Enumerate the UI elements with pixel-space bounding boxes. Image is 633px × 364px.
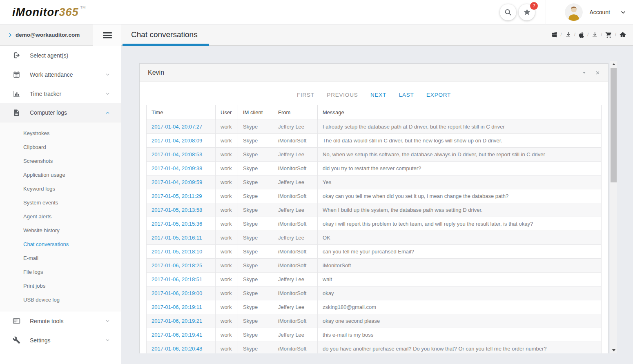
log-from: iMonitorSoft (273, 259, 318, 273)
submenu-item[interactable]: Screenshots (0, 154, 121, 168)
log-im-client: Skype (238, 328, 273, 342)
log-time-link[interactable]: 2017-01-06, 20:18:25 (147, 259, 216, 273)
panel-collapse-icon[interactable] (582, 71, 586, 75)
log-time-link[interactable]: 2017-01-06, 20:19:41 (147, 328, 216, 342)
scroll-down-arrow[interactable] (610, 347, 617, 353)
submenu-item[interactable]: Chat conversations (0, 237, 121, 251)
sidebar-item-remote-tools[interactable]: Remote tools (0, 311, 121, 331)
log-time-link[interactable]: 2017-01-05, 20:15:36 (147, 217, 216, 231)
sidebar-toggle-button[interactable] (93, 24, 121, 46)
table-row: 2017-01-05, 20:18:10 work Skype iMonitor… (147, 245, 602, 259)
vertical-scrollbar[interactable] (610, 61, 617, 353)
log-message: iMonitorSoft (318, 259, 602, 273)
chevron-down-icon (105, 318, 110, 324)
account-label[interactable]: Account (589, 9, 610, 16)
pagination-link[interactable]: FIRST (297, 92, 314, 98)
pagination-link[interactable]: PREVIOUS (327, 92, 358, 98)
sidebar-item-label: Remote tools (30, 318, 63, 324)
log-time-link[interactable]: 2017-01-05, 20:11:29 (147, 189, 216, 203)
panel-close-icon[interactable] (595, 71, 600, 75)
main-content: Kevin FIRST PREVIOUS (121, 46, 633, 364)
log-time-link[interactable]: 2017-01-06, 20:19:21 (147, 314, 216, 328)
active-tab-underline (123, 44, 209, 46)
log-user: work (216, 217, 238, 231)
log-im-client: Skype (238, 231, 273, 245)
cart-icon[interactable] (605, 31, 612, 38)
submenu-item[interactable]: Application usage (0, 168, 121, 182)
log-time-link[interactable]: 2017-01-05, 20:16:11 (147, 231, 216, 245)
hamburger-icon (103, 31, 112, 40)
submenu-item[interactable]: E-mail (0, 251, 121, 265)
submenu-item[interactable]: Agent alerts (0, 210, 121, 224)
pagination-link[interactable]: EXPORT (426, 92, 451, 98)
windows-icon[interactable] (551, 31, 557, 38)
apple-icon[interactable] (578, 31, 584, 38)
log-time-link[interactable]: 2017-01-06, 20:19:11 (147, 300, 216, 314)
pagination-link[interactable]: LAST (399, 92, 414, 98)
account-chevron-down-icon[interactable] (620, 9, 626, 16)
submenu-item-label: File logs (23, 269, 43, 275)
submenu-item[interactable]: Website history (0, 224, 121, 237)
account-avatar[interactable] (565, 3, 583, 21)
log-from: Jeffery Lee (273, 203, 318, 217)
log-user: work (216, 162, 238, 175)
table-row: 2017-01-04, 20:08:53 work Skype Jeffery … (147, 148, 602, 162)
log-user: work (216, 120, 238, 134)
log-from: iMonitorSoft (273, 314, 318, 328)
agent-selector[interactable]: demo@workauditor.com (0, 24, 93, 46)
chat-panel: Kevin FIRST PREVIOUS (139, 63, 608, 353)
sidebar-item-computer-logs[interactable]: Computer logs (0, 103, 121, 122)
log-user: work (216, 286, 238, 300)
sidebar-item-settings[interactable]: Settings (0, 331, 121, 350)
app-logo: iMonitor365TM (12, 5, 86, 19)
log-time-link[interactable]: 2017-01-05, 20:18:10 (147, 245, 216, 259)
windows-download-icon[interactable] (565, 31, 571, 38)
log-message: When I build up thie system, the databas… (318, 203, 602, 217)
log-time-link[interactable]: 2017-01-06, 20:20:48 (147, 342, 216, 354)
pagination-link[interactable]: NEXT (370, 92, 386, 98)
logo-trademark: TM (80, 5, 86, 9)
log-time-link[interactable]: 2017-01-06, 20:18:51 (147, 273, 216, 286)
log-message: okay i will repert this problem to tech … (318, 217, 602, 231)
sidebar-item-select-agents[interactable]: Select agent(s) (0, 46, 121, 65)
favorites-button[interactable]: 7 (519, 4, 535, 20)
log-time-link[interactable]: 2017-01-04, 20:08:09 (147, 134, 216, 148)
search-button[interactable] (500, 4, 516, 20)
log-im-client: Skype (238, 273, 273, 286)
column-header-im-client: IM client (238, 105, 273, 120)
log-im-client: Skype (238, 148, 273, 162)
sidebar-item-work-attendance[interactable]: Work attendance (0, 65, 121, 84)
log-from: Jeffery Lee (273, 273, 318, 286)
log-time-link[interactable]: 2017-01-04, 20:07:27 (147, 120, 216, 134)
home-icon[interactable] (619, 31, 626, 38)
log-message: No, when we setup this software, the dat… (318, 148, 602, 162)
log-time-link[interactable]: 2017-01-06, 20:19:00 (147, 286, 216, 300)
submenu-item[interactable]: Keyword logs (0, 182, 121, 196)
log-time-link[interactable]: 2017-01-04, 20:09:38 (147, 162, 216, 175)
table-row: 2017-01-06, 20:20:48 work Skype iMonitor… (147, 342, 602, 354)
scrollbar-thumb[interactable] (611, 68, 617, 182)
submenu-item[interactable]: Print jobs (0, 279, 121, 293)
submenu-item[interactable]: File logs (0, 265, 121, 279)
log-time-link[interactable]: 2017-01-04, 20:08:53 (147, 148, 216, 162)
log-im-client: Skype (238, 175, 273, 189)
chat-log-table: Time User IM client From Message 2017-01… (146, 105, 602, 353)
log-from: iMonitorSoft (273, 245, 318, 259)
submenu-item[interactable]: Clipboard (0, 140, 121, 154)
log-time-link[interactable]: 2017-01-04, 20:09:59 (147, 175, 216, 189)
table-header-row: Time User IM client From Message (147, 105, 602, 120)
submenu-item[interactable]: System events (0, 196, 121, 210)
chevron-down-icon (105, 337, 110, 343)
log-time-link[interactable]: 2017-01-05, 20:13:58 (147, 203, 216, 217)
submenu-item[interactable]: USB device log (0, 293, 121, 307)
log-message: wait (318, 273, 602, 286)
panel-title: Kevin (148, 69, 164, 76)
submenu-item[interactable]: Keystrokes (0, 127, 121, 140)
log-from: iMonitorSoft (273, 189, 318, 203)
log-message: I already setup the database path at D d… (318, 120, 602, 134)
mac-download-icon[interactable] (591, 31, 598, 38)
column-header-message: Message (318, 105, 602, 120)
scroll-up-arrow[interactable] (610, 61, 617, 67)
log-message: okay (318, 286, 602, 300)
sidebar-item-time-tracker[interactable]: Time tracker (0, 84, 121, 103)
